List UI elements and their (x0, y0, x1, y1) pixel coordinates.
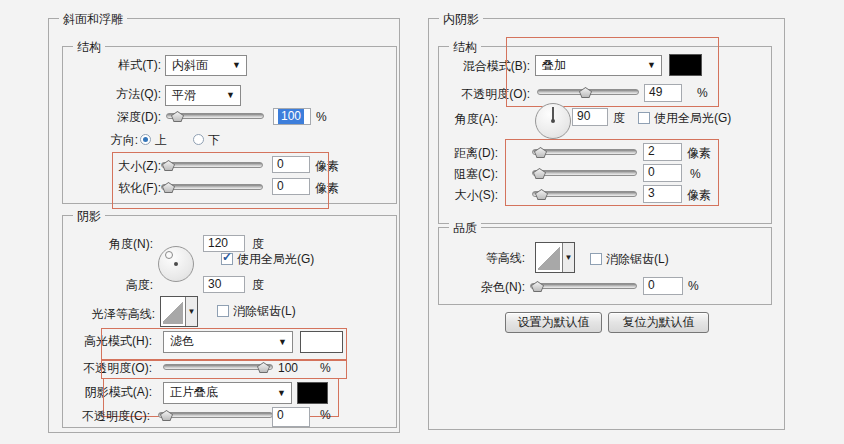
soften-label: 软化(F): (83, 181, 161, 195)
is-angle-dial[interactable] (535, 103, 571, 139)
gloss-contour-picker[interactable]: ▼ (160, 296, 198, 327)
soften-unit: 像素 (315, 181, 339, 195)
set-default-button[interactable]: 设置为默认值 (505, 312, 602, 333)
choke-unit: % (690, 167, 701, 181)
shadow-mode-dropdown[interactable]: 正片叠底 ▼ (163, 382, 292, 404)
size-input[interactable]: 0 (272, 156, 310, 173)
depth-input[interactable]: 100 (273, 108, 311, 125)
blend-mode-value: 叠加 (542, 58, 566, 72)
highlight-opacity-label: 不透明度(O): (58, 361, 152, 375)
highlight-opacity-track[interactable] (163, 364, 273, 370)
anti-alias-checkbox[interactable] (217, 305, 229, 317)
style-label: 样式(T): (83, 58, 161, 72)
altitude-unit: 度 (252, 278, 264, 292)
bevel-emboss-title: 斜面和浮雕 (59, 11, 127, 28)
is-angle-value: 90 (577, 109, 590, 123)
highlight-color-swatch[interactable] (300, 331, 343, 353)
angle-unit: 度 (252, 237, 264, 251)
style-dropdown[interactable]: 内斜面 ▼ (165, 55, 247, 76)
bevel-structure-legend: 结构 (73, 39, 105, 56)
altitude-label: 高度: (95, 278, 153, 292)
is-angle-input[interactable]: 90 (572, 108, 608, 126)
chevron-down-icon: ▼ (278, 332, 287, 352)
use-global-light-checkbox[interactable]: ✓ (221, 253, 233, 265)
highlight-mode-value: 滤色 (170, 334, 194, 348)
angle-dial[interactable] (158, 246, 194, 282)
direction-up-radio[interactable] (140, 134, 151, 145)
shadow-opacity-slider[interactable] (158, 409, 273, 421)
shadow-opacity-track[interactable] (158, 412, 273, 418)
soften-input[interactable]: 0 (272, 178, 310, 195)
is-structure-legend: 结构 (449, 39, 481, 56)
is-anti-alias-label: 消除锯齿(L) (606, 252, 669, 266)
method-dropdown[interactable]: 平滑 ▼ (165, 85, 241, 106)
is-opacity-unit: % (697, 86, 708, 100)
noise-value: 0 (648, 278, 655, 292)
distance-slider[interactable] (532, 146, 637, 158)
blend-mode-dropdown[interactable]: 叠加 ▼ (535, 55, 662, 76)
is-angle-label: 角度(A): (448, 112, 498, 126)
is-size-slider[interactable] (532, 188, 637, 200)
is-contour-picker[interactable]: ▼ (535, 242, 575, 273)
is-size-label: 大小(S): (448, 188, 498, 202)
angle-dial-center-dot (174, 262, 178, 266)
highlight-opacity-slider[interactable] (163, 361, 273, 373)
is-opacity-value: 49 (649, 85, 662, 99)
noise-track[interactable] (530, 283, 637, 289)
distance-track[interactable] (532, 149, 637, 155)
choke-input[interactable]: 0 (643, 164, 682, 182)
distance-unit: 像素 (687, 146, 711, 160)
noise-label: 杂色(N): (468, 280, 525, 294)
is-anti-alias-checkbox[interactable] (590, 253, 602, 265)
depth-label: 深度(D): (83, 110, 161, 124)
noise-input[interactable]: 0 (643, 277, 683, 295)
direction-down-radio[interactable] (193, 134, 204, 145)
angle-value: 120 (208, 236, 228, 250)
is-size-input[interactable]: 3 (643, 185, 682, 203)
bevel-shading-legend: 阴影 (73, 208, 105, 225)
soften-slider-track[interactable] (161, 184, 263, 190)
choke-label: 阻塞(C): (448, 167, 498, 181)
altitude-input[interactable]: 30 (203, 276, 245, 293)
method-value: 平滑 (172, 88, 196, 102)
inner-shadow-color-swatch[interactable] (669, 54, 702, 76)
size-slider[interactable] (161, 159, 263, 171)
shadow-opacity-input[interactable]: 0 (272, 407, 310, 427)
choke-track[interactable] (532, 170, 637, 176)
distance-label: 距离(D): (448, 146, 498, 160)
contour-thumbnail (163, 299, 183, 324)
shadow-opacity-label: 不透明度(C): (55, 409, 150, 423)
chevron-down-icon: ▼ (647, 56, 656, 75)
depth-slider[interactable] (166, 110, 264, 122)
is-size-unit: 像素 (687, 188, 711, 202)
chevron-down-icon[interactable]: ▼ (185, 297, 197, 326)
size-unit: 像素 (315, 159, 339, 173)
soften-slider[interactable] (161, 181, 263, 193)
direction-up-label: 上 (155, 133, 167, 147)
size-label: 大小(Z): (83, 159, 161, 173)
is-opacity-input[interactable]: 49 (644, 84, 682, 102)
altitude-value: 30 (208, 277, 221, 291)
use-global-light-label: 使用全局光(G) (237, 252, 314, 266)
chevron-down-icon[interactable]: ▼ (562, 243, 574, 272)
size-slider-track[interactable] (161, 162, 263, 168)
distance-input[interactable]: 2 (643, 143, 682, 161)
highlight-opacity-unit: % (320, 361, 331, 375)
chevron-down-icon: ▼ (277, 383, 286, 403)
is-opacity-slider[interactable] (537, 86, 639, 98)
shadow-color-swatch[interactable] (297, 382, 328, 404)
blend-mode-label: 混合模式(B): (452, 59, 530, 73)
reset-default-button[interactable]: 复位为默认值 (608, 312, 709, 333)
choke-slider[interactable] (532, 167, 637, 179)
layer-style-dialog: 斜面和浮雕 结构 阴影 样式(T): 内斜面 ▼ 方法(Q): 平滑 ▼ 深度(… (0, 0, 844, 444)
angle-label: 角度(N): (95, 237, 153, 251)
highlight-mode-dropdown[interactable]: 滤色 ▼ (163, 331, 293, 353)
is-opacity-label: 不透明度(O): (452, 87, 530, 101)
size-value: 0 (277, 157, 284, 171)
noise-slider[interactable] (530, 280, 637, 292)
shadow-opacity-unit: % (320, 408, 331, 422)
is-size-value: 3 (648, 186, 655, 200)
highlight-opacity-value: 100 (278, 361, 298, 375)
chevron-down-icon: ▼ (226, 86, 235, 105)
is-use-global-light-checkbox[interactable] (638, 112, 650, 124)
